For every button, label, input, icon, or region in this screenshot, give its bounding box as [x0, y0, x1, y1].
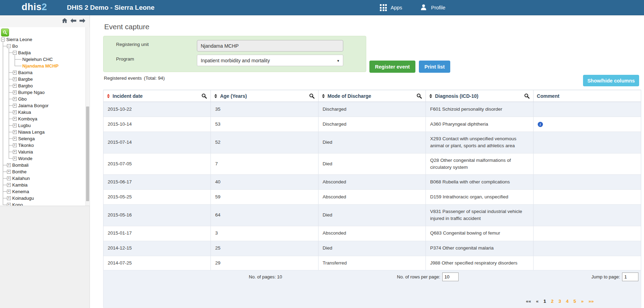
expand-box-icon[interactable]: + — [13, 71, 17, 74]
tree-item-niawa-lenga[interactable]: +Niawa Lenga — [0, 129, 84, 135]
home-icon[interactable] — [62, 18, 67, 23]
expand-box-icon[interactable]: + — [7, 176, 11, 180]
search-icon[interactable] — [309, 93, 315, 99]
tree-item-baoma[interactable]: +Baoma — [0, 69, 84, 76]
expand-box-icon[interactable]: + — [7, 163, 11, 167]
pagination-page-4[interactable]: 4 — [566, 299, 569, 304]
collapse-box-icon[interactable]: − — [13, 51, 17, 55]
tree-item-bonthe[interactable]: +Bonthe — [0, 168, 84, 175]
column-header-age-years-[interactable]: Age (Years) — [211, 90, 318, 102]
sort-icon[interactable] — [214, 94, 217, 98]
tree-scrollbar[interactable] — [85, 27, 89, 206]
tree-item-kambia[interactable]: +Kambia — [0, 182, 84, 188]
expand-box-icon[interactable]: + — [7, 183, 11, 187]
collapse-box-icon[interactable]: − — [1, 38, 5, 41]
table-row[interactable]: 2015-06-1740AbscondedB068 Rubella with o… — [104, 175, 641, 190]
registering-unit-input[interactable] — [197, 40, 343, 52]
register-event-button[interactable]: Register event — [369, 61, 415, 73]
profile-menu-button[interactable]: Profile — [420, 0, 445, 15]
tree-item-njandama-mchp[interactable]: Njandama MCHP — [0, 63, 84, 69]
expand-box-icon[interactable]: + — [13, 97, 17, 101]
tree-item-jaiama-bongor[interactable]: +Jaiama Bongor — [0, 102, 84, 109]
tree-item-sierra-leone[interactable]: −Sierra Leone — [0, 36, 84, 43]
expand-box-icon[interactable]: + — [13, 157, 17, 160]
pagination-page-1[interactable]: 1 — [544, 299, 546, 304]
search-icon[interactable] — [201, 93, 207, 99]
pagination-prev[interactable]: « — [536, 299, 539, 304]
tree-item-bargbe[interactable]: +Bargbe — [0, 76, 84, 82]
expand-box-icon[interactable]: + — [13, 90, 17, 94]
tree-item-label: Bo — [12, 44, 18, 49]
tree-item-gbo[interactable]: +Gbo — [0, 96, 84, 102]
expand-box-icon[interactable]: + — [13, 84, 17, 88]
tree-item-bargbo[interactable]: +Bargbo — [0, 82, 84, 89]
tree-item-kakua[interactable]: +Kakua — [0, 109, 84, 116]
dhis2-logo[interactable]: dhis2 — [22, 2, 47, 13]
search-icon[interactable] — [524, 93, 530, 99]
expand-box-icon[interactable]: + — [7, 170, 11, 174]
pagination-page-3[interactable]: 3 — [559, 299, 561, 304]
expand-box-icon[interactable]: + — [7, 190, 11, 194]
tree-item-bumpe-ngao[interactable]: +Bumpe Ngao — [0, 89, 84, 96]
pagination-last[interactable]: »» — [589, 299, 594, 304]
expand-box-icon[interactable]: + — [13, 137, 17, 141]
tree-item-badjia[interactable]: −Badjia — [0, 49, 84, 56]
table-row[interactable]: 2015-01-173AbscondedQ683 Congenital bowi… — [104, 226, 641, 241]
expand-box-icon[interactable]: + — [13, 143, 17, 147]
column-header-diagnosis-icd-10-[interactable]: Diagnosis (ICD-10) — [426, 90, 533, 102]
show-hide-columns-button[interactable]: Show/hide columns — [583, 75, 639, 86]
expand-box-icon[interactable]: + — [13, 117, 17, 121]
tree-item-lugbu[interactable]: +Lugbu — [0, 122, 84, 129]
print-list-button[interactable]: Print list — [419, 61, 450, 73]
forward-arrow-icon[interactable] — [79, 18, 85, 23]
tree-item-ngelehun-chc[interactable]: Ngelehun CHC — [0, 56, 84, 63]
info-icon[interactable]: i — [538, 122, 543, 127]
sort-icon[interactable] — [322, 94, 325, 98]
column-header-incident-date[interactable]: Incident date — [104, 90, 211, 102]
orgunit-search-button[interactable] — [1, 29, 9, 37]
tree-item-valunia[interactable]: +Valunia — [0, 149, 84, 155]
expand-box-icon[interactable]: + — [13, 77, 17, 81]
table-row[interactable]: 2015-07-1452DiedX293 Contact with unspec… — [104, 132, 641, 153]
tree-item-koinadugu[interactable]: +Koinadugu — [0, 195, 84, 202]
table-row[interactable]: 2015-10-2235DischargedF601 Schizoid pers… — [104, 102, 641, 117]
expand-box-icon[interactable]: + — [7, 203, 11, 206]
pagination-next[interactable]: » — [581, 299, 584, 304]
table-row[interactable]: 2015-05-1664DiedV831 Passenger of specia… — [104, 205, 641, 226]
table-row[interactable]: 2014-12-1525DiedP374 Other congenital ma… — [104, 241, 641, 256]
table-row[interactable]: 2015-10-1453DischargedA360 Pharyngeal di… — [104, 117, 641, 132]
pagination-page-5[interactable]: 5 — [574, 299, 576, 304]
tree-item-selenga[interactable]: +Selenga — [0, 135, 84, 142]
column-header-mode-of-discharge[interactable]: Mode of Discharge — [319, 90, 426, 102]
pagination-first[interactable]: «« — [526, 299, 531, 304]
collapse-box-icon[interactable]: − — [7, 44, 11, 48]
rows-per-page-input[interactable] — [442, 273, 459, 281]
back-arrow-icon[interactable] — [70, 18, 76, 23]
sort-icon[interactable] — [429, 94, 432, 98]
table-row[interactable]: 2015-07-057DiedQ28 Other congenital malf… — [104, 153, 641, 175]
table-row[interactable]: 2014-07-2529TransferredJ988 Other specif… — [104, 256, 641, 271]
tree-item-tikonko[interactable]: +Tikonko — [0, 142, 84, 149]
sort-icon[interactable] — [107, 94, 110, 98]
tree-item-bombali[interactable]: +Bombali — [0, 162, 84, 168]
tree-item-kailahun[interactable]: +Kailahun — [0, 175, 84, 182]
expand-box-icon[interactable]: + — [13, 150, 17, 154]
tree-item-kono[interactable]: +Kono — [0, 202, 84, 206]
search-icon[interactable] — [416, 93, 422, 99]
program-select[interactable]: Inpatient morbidity and mortality ▼ — [197, 55, 343, 66]
jump-to-page-input[interactable] — [622, 273, 638, 281]
expand-box-icon[interactable]: + — [13, 110, 17, 114]
apps-menu-button[interactable]: Apps — [380, 0, 402, 15]
expand-box-icon[interactable]: + — [13, 104, 17, 108]
pagination-page-2[interactable]: 2 — [551, 299, 554, 304]
tree-item-komboya[interactable]: +Komboya — [0, 116, 84, 122]
expand-box-icon[interactable]: + — [13, 124, 17, 127]
tree-item-wonde[interactable]: +Wonde — [0, 155, 84, 162]
tree-item-kenema[interactable]: +Kenema — [0, 188, 84, 195]
expand-box-icon[interactable]: + — [7, 196, 11, 200]
expand-box-icon[interactable]: + — [13, 130, 17, 134]
table-row[interactable]: 2015-05-2559AbscondedD159 Intrathoracic … — [104, 190, 641, 205]
tree-scrollbar-thumb[interactable] — [86, 106, 89, 201]
tree-item-bo[interactable]: −Bo — [0, 43, 84, 49]
apps-grid-icon — [380, 4, 387, 11]
